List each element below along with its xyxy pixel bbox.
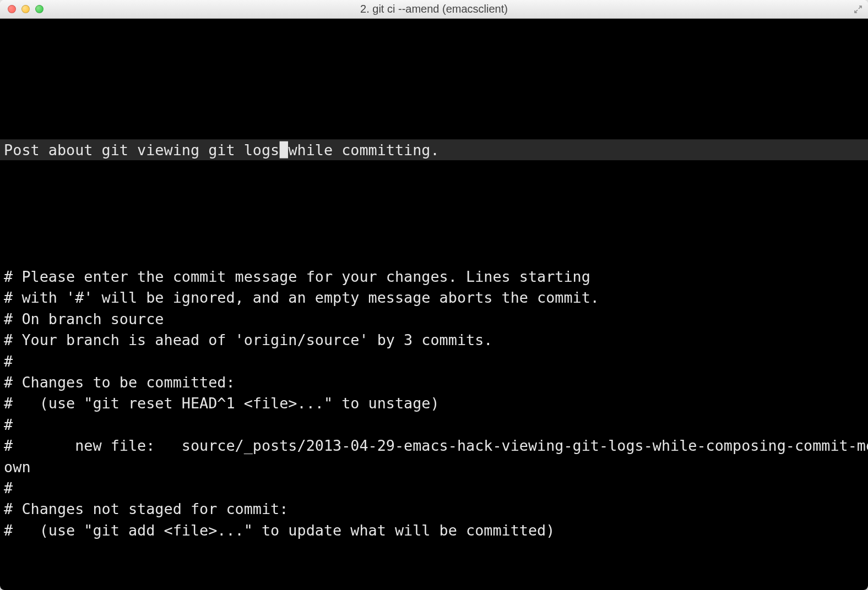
- comment-text: #: [4, 416, 13, 433]
- fullscreen-icon[interactable]: [854, 5, 862, 14]
- comment-line: #: [0, 351, 868, 372]
- window-title: 2. git ci --amend (emacsclient): [0, 3, 868, 15]
- comment-text: # (use "git add <file>..." to update wha…: [4, 522, 555, 539]
- comment-text: # new file: source/_posts/2013-04-29-ema…: [4, 437, 868, 454]
- comment-line: # (use "git add <file>..." to update wha…: [0, 520, 868, 540]
- comment-text: # Changes to be committed:: [4, 374, 235, 391]
- comment-text: #: [4, 479, 13, 496]
- comment-line: # Please enter the commit message for yo…: [0, 266, 868, 287]
- comment-text: # Your branch is ahead of 'origin/source…: [4, 331, 492, 348]
- cursor: [279, 141, 288, 158]
- commit-message-line[interactable]: Post about git viewing git logs while co…: [0, 139, 868, 160]
- comment-line: # Your branch is ahead of 'origin/source…: [0, 329, 868, 350]
- comment-line: # Changes not staged for commit:: [0, 499, 868, 520]
- commit-text-pre: Post about git viewing git logs: [4, 141, 279, 158]
- commit-text-post: while committing.: [288, 141, 439, 158]
- comment-line: #: [0, 477, 868, 498]
- comment-line: #: [0, 414, 868, 435]
- comment-text: #: [4, 352, 13, 369]
- blank-line: [0, 203, 868, 223]
- close-icon[interactable]: [8, 5, 16, 13]
- titlebar: 2. git ci --amend (emacsclient): [0, 0, 868, 19]
- comment-text: # with '#' will be ignored, and an empty…: [4, 289, 599, 306]
- comment-text: # Changes not staged for commit:: [4, 500, 288, 517]
- comment-line: # new file: source/_posts/2013-04-29-ema…: [0, 435, 868, 456]
- comment-line: own: [0, 456, 868, 477]
- comment-text: # (use "git reset HEAD^1 <file>..." to u…: [4, 395, 440, 412]
- zoom-icon[interactable]: [35, 5, 44, 13]
- window-controls: [0, 5, 44, 13]
- comment-line: # with '#' will be ignored, and an empty…: [0, 287, 868, 308]
- comment-text: # Please enter the commit message for yo…: [4, 268, 590, 285]
- minimize-icon[interactable]: [21, 5, 30, 13]
- app-window: 2. git ci --amend (emacsclient) Post abo…: [0, 0, 868, 590]
- comment-text: # On branch source: [4, 310, 164, 327]
- comment-line: # Changes to be committed:: [0, 372, 868, 392]
- comment-line: # (use "git reset HEAD^1 <file>..." to u…: [0, 393, 868, 414]
- comment-text: own: [4, 458, 30, 475]
- comment-line: # On branch source: [0, 308, 868, 329]
- terminal[interactable]: Post about git viewing git logs while co…: [0, 19, 868, 590]
